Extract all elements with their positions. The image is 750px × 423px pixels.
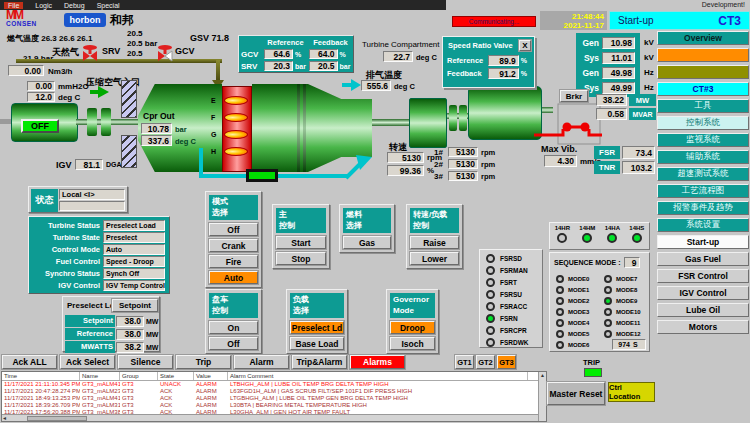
mode-button[interactable]: Auto <box>209 271 258 284</box>
alarm-column-header[interactable]: Value <box>194 372 228 380</box>
electrical-label: Gen <box>576 38 602 48</box>
sidebar-button[interactable] <box>657 65 749 79</box>
gt-select-button[interactable]: GT3 <box>497 355 516 369</box>
logo-text: CONSEN <box>6 20 37 27</box>
speed-load-button[interactable]: Raise <box>410 236 459 249</box>
exhaust-arrow-icon <box>351 79 361 91</box>
alarm-row[interactable]: 11/17/2021 18:49:13.253 PM GT3_mALM419 G… <box>2 395 538 402</box>
gt-select-button[interactable]: GT1 <box>455 355 474 369</box>
fuel-flow-unit: Nm3/h <box>48 67 72 76</box>
scrollbar-thumb[interactable] <box>27 416 87 421</box>
speed-pct-field: 99.36 <box>387 165 424 176</box>
alarm-bar-button[interactable]: Alarms <box>350 355 405 369</box>
electrical-row: Sys 49.99 Hz <box>576 80 670 95</box>
master-button[interactable]: Start <box>276 236 326 249</box>
sidebar-button[interactable]: 工具 <box>657 99 749 113</box>
valve-name: SRV <box>241 62 264 71</box>
tnr-tag: TNR <box>594 161 620 174</box>
coupling-disc <box>101 108 111 136</box>
alarm-row[interactable]: 11/17/2021 20:47:28.274 PM GT3_mALM233 G… <box>2 388 538 395</box>
panel-header: 模式选择 <box>209 195 258 220</box>
alarm-name: GT3_mALM318 <box>80 402 120 409</box>
indicator-lamp-icon <box>604 286 612 294</box>
gt-select-button[interactable]: GT2 <box>476 355 495 369</box>
sidebar-button[interactable]: Lube Oil <box>657 303 749 317</box>
vertical-scrollbar[interactable]: ▲ <box>538 372 546 421</box>
ctrl-location-button[interactable]: Ctrl Location <box>608 382 655 402</box>
relay-indicator: 14HA <box>605 223 620 249</box>
sidebar-button[interactable]: 监视系统 <box>657 133 749 147</box>
menu-item[interactable]: Logic <box>35 2 52 9</box>
governor-button[interactable]: Droop <box>390 321 435 334</box>
sidebar-button[interactable]: Start-up <box>657 235 749 249</box>
mode-indicator-row: MODE0 <box>552 273 589 284</box>
sidebar-button[interactable]: 超速测试系统 <box>657 167 749 181</box>
alarm-column-header[interactable]: State <box>158 372 194 380</box>
speed-load-button[interactable]: Lower <box>410 252 459 265</box>
sidebar-button[interactable]: 系统设置 <box>657 218 749 232</box>
turning-gear-button[interactable]: On <box>209 321 258 334</box>
close-icon[interactable]: X <box>519 40 531 51</box>
alarm-bar-button[interactable]: Ack ALL <box>2 355 57 369</box>
menu-item[interactable]: Debug <box>64 2 85 9</box>
alarm-column-header[interactable]: Alarm Comment <box>228 372 528 380</box>
sidebar-button[interactable]: 辅助系统 <box>657 150 749 164</box>
mode-button[interactable]: Fire <box>209 255 258 268</box>
sidebar-button[interactable]: CT#3 <box>657 82 749 96</box>
gas-pipe-drop <box>216 60 220 81</box>
sidebar-button[interactable]: Gas Fuel <box>657 252 749 266</box>
sidebar-button[interactable]: 控制系统 <box>657 116 749 130</box>
sidebar-button[interactable]: IGV Control <box>657 286 749 300</box>
alarm-bar-button[interactable]: Alarm <box>234 355 289 369</box>
mode-button[interactable]: Crank <box>209 239 258 252</box>
alarm-bar-button[interactable]: Trip&Alarm <box>292 355 347 369</box>
breaker-button[interactable]: Brkr <box>560 90 588 102</box>
alarm-column-header[interactable]: Time <box>2 372 80 380</box>
mode-label: MODE3 <box>568 309 589 315</box>
srv-window-row: Reference 89.9 % <box>443 54 534 67</box>
mw-tag: MW <box>629 94 656 106</box>
turning-gear-button[interactable]: Off <box>209 337 258 350</box>
electrical-label: Sys <box>576 53 602 63</box>
sidebar-button[interactable]: 报警事件及趋势 <box>657 201 749 215</box>
load-select-button[interactable]: Preselect Ld <box>290 321 344 334</box>
alarm-column-header[interactable]: Name <box>80 372 120 380</box>
menu-item[interactable]: Special <box>97 2 120 9</box>
load-select-button[interactable]: Base Load <box>290 337 344 350</box>
shaft-number: 2# <box>434 160 448 169</box>
alarm-state: ACK <box>158 402 194 409</box>
governor-button[interactable]: Isoch <box>390 337 435 350</box>
sidebar-button[interactable] <box>657 48 749 62</box>
flame-icon <box>224 96 248 105</box>
fsr-signal-label: FSRMAN <box>500 267 528 274</box>
master-reset-button[interactable]: Master Reset <box>547 382 605 405</box>
setpoint-button[interactable]: Setpoint <box>112 299 158 312</box>
motor-state-button[interactable]: OFF <box>21 119 59 133</box>
master-button[interactable]: Stop <box>276 252 326 265</box>
sidebar-button[interactable]: 工艺流程图 <box>657 184 749 198</box>
gcv-srv-ref-fb-panel: Reference Feedback GCV 64.6 % 64.0 % SRV… <box>238 35 354 73</box>
indicator-lamp-icon <box>486 278 495 287</box>
fsr-signal-label: FSRCPR <box>500 327 527 334</box>
mode-label: MODE1 <box>568 287 589 293</box>
alarm-bar-button[interactable]: Ack Select <box>60 355 115 369</box>
alarm-column-header[interactable]: Group <box>120 372 158 380</box>
alarm-bar-button[interactable]: Trip <box>176 355 231 369</box>
alarm-row[interactable]: 11/17/2021 18:39:26.709 PM GT3_mALM318 G… <box>2 402 538 409</box>
mode-indicator-row: MODE8 <box>600 284 641 295</box>
sidebar-button[interactable]: Motors <box>657 320 749 334</box>
mode-button[interactable]: Off <box>209 223 258 236</box>
alarm-bar-button[interactable]: Silence <box>118 355 173 369</box>
sidebar-button[interactable]: FSR Control <box>657 269 749 283</box>
timer-unit: S <box>633 341 638 348</box>
speed-load-panel: 转速/负载控制 RaiseLower <box>406 204 463 269</box>
sidebar-button[interactable]: Overview <box>657 31 749 45</box>
preselect-row-field: 38.0 <box>116 316 144 327</box>
srv-valve-icon <box>81 45 99 62</box>
mode-indicator-row: MODE3 <box>552 306 589 317</box>
fuel-button[interactable]: Gas <box>343 236 391 249</box>
turbine-compartment-unit: deg C <box>416 53 437 62</box>
mode-indicator-row: MODE10 <box>600 306 641 317</box>
alarm-row[interactable]: 11/17/2021 21:11:10.345 PM GT3_mALM417 G… <box>2 381 538 388</box>
horizontal-scrollbar[interactable]: ◄ <box>2 414 538 421</box>
